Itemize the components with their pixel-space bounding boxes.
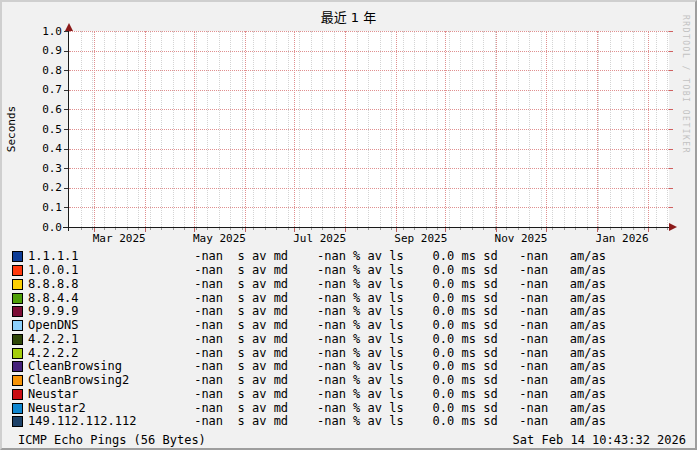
y-tick-label: 0.3: [24, 162, 62, 175]
legend-row: 1.1.1.1 -nan s av md -nan % av ls 0.0 ms…: [12, 250, 606, 264]
minor-x-tick: [414, 228, 415, 230]
minor-x-tick: [299, 228, 300, 230]
y-tick-mark-right: [669, 90, 673, 91]
legend-row: 8.8.4.4 -nan s av md -nan % av ls 0.0 ms…: [12, 291, 606, 305]
minor-x-tick: [150, 228, 151, 230]
y-tick-label: 0.0: [24, 221, 62, 234]
legend-row: Neustar -nan s av md -nan % av ls 0.0 ms…: [12, 388, 606, 402]
y-tick-label: 0.1: [24, 201, 62, 214]
x-tick-label: Jan 2026: [596, 232, 649, 245]
minor-x-tick: [391, 228, 392, 230]
legend-row: OpenDNS -nan s av md -nan % av ls 0.0 ms…: [12, 319, 606, 333]
legend-row: 4.2.2.2 -nan s av md -nan % av ls 0.0 ms…: [12, 346, 606, 360]
legend-row-text: OpenDNS -nan s av md -nan % av ls 0.0 ms…: [28, 319, 606, 332]
minor-x-tick: [288, 228, 289, 230]
minor-x-tick: [564, 228, 565, 230]
y-tick-label: 0.6: [24, 103, 62, 116]
legend-row-text: 149.112.112.112 -nan s av md -nan % av l…: [28, 415, 606, 428]
minor-x-tick: [138, 228, 139, 230]
minor-x-tick: [276, 228, 277, 230]
y-tick-mark-right: [669, 149, 673, 150]
x-axis-line: [63, 227, 670, 228]
horizontal-gridline: [69, 129, 669, 130]
y-tick-label: 0.8: [24, 64, 62, 77]
legend-row-text: Neustar -nan s av md -nan % av ls 0.0 ms…: [28, 388, 606, 401]
horizontal-gridline: [69, 90, 669, 91]
minor-x-tick: [587, 228, 588, 230]
legend-color-swatch: [12, 251, 23, 262]
minor-x-tick: [368, 228, 369, 230]
minor-x-tick: [184, 228, 185, 230]
legend-row: 9.9.9.9 -nan s av md -nan % av ls 0.0 ms…: [12, 305, 606, 319]
minor-x-tick: [380, 228, 381, 230]
minor-x-tick: [656, 228, 657, 230]
legend-color-swatch: [12, 416, 23, 427]
minor-x-tick: [575, 228, 576, 230]
horizontal-gridline: [69, 51, 669, 52]
minor-x-tick: [253, 228, 254, 230]
minor-x-tick: [518, 228, 519, 230]
y-tick-label: 0.2: [24, 181, 62, 194]
plot-area: [69, 31, 669, 227]
legend-row-text: 1.0.0.1 -nan s av md -nan % av ls 0.0 ms…: [28, 264, 606, 277]
x-tick-label: Nov 2025: [495, 232, 548, 245]
minor-x-tick: [633, 228, 634, 230]
minor-x-tick: [610, 228, 611, 230]
minor-x-tick: [219, 228, 220, 230]
minor-x-tick: [552, 228, 553, 230]
legend-row: 8.8.8.8 -nan s av md -nan % av ls 0.0 ms…: [12, 278, 606, 292]
minor-x-tick: [426, 228, 427, 230]
minor-x-tick: [460, 228, 461, 230]
legend-row-text: CleanBrowsing2 -nan s av md -nan % av ls…: [28, 374, 606, 387]
y-tick-mark-right: [669, 168, 673, 169]
y-tick-mark-right: [669, 31, 673, 32]
minor-x-tick: [265, 228, 266, 230]
minor-x-tick: [529, 228, 530, 230]
y-axis-label: Seconds: [5, 106, 18, 152]
y-axis-arrow-icon: [65, 23, 73, 31]
minor-x-tick: [115, 228, 116, 230]
minor-x-tick: [127, 228, 128, 230]
minor-x-tick: [621, 228, 622, 230]
minor-x-tick: [173, 228, 174, 230]
legend-row: Neustar2 -nan s av md -nan % av ls 0.0 m…: [12, 401, 606, 415]
y-tick-label: 1.0: [24, 25, 62, 38]
footer-timestamp: Sat Feb 14 10:43:32 2026: [513, 433, 686, 447]
x-tick-label: Sep 2025: [394, 232, 447, 245]
minor-x-tick: [644, 228, 645, 230]
x-tick-label: Mar 2025: [93, 232, 146, 245]
legend-color-swatch: [12, 293, 23, 304]
y-tick-mark-right: [669, 129, 673, 130]
y-tick-mark-right: [669, 207, 673, 208]
legend-color-swatch: [12, 320, 23, 331]
legend-row: CleanBrowsing -nan s av md -nan % av ls …: [12, 360, 606, 374]
legend-row: 1.0.0.1 -nan s av md -nan % av ls 0.0 ms…: [12, 264, 606, 278]
horizontal-gridline: [69, 149, 669, 150]
legend-color-swatch: [12, 348, 23, 359]
horizontal-gridline: [69, 207, 669, 208]
minor-x-tick: [81, 228, 82, 230]
legend-row-text: CleanBrowsing -nan s av md -nan % av ls …: [28, 360, 606, 373]
horizontal-gridline: [69, 31, 669, 32]
minor-x-tick: [104, 228, 105, 230]
y-tick-mark-right: [669, 70, 673, 71]
legend-row-text: Neustar2 -nan s av md -nan % av ls 0.0 m…: [28, 402, 606, 415]
rrdtool-watermark: RRDTOOL / TOBI OETIKER: [681, 15, 690, 154]
legend-row: 149.112.112.112 -nan s av md -nan % av l…: [12, 415, 606, 429]
minor-x-tick: [437, 228, 438, 230]
minor-x-tick: [311, 228, 312, 230]
legend-row-text: 8.8.4.4 -nan s av md -nan % av ls 0.0 ms…: [28, 292, 606, 305]
minor-x-tick: [357, 228, 358, 230]
rrdtool-graph: 最近 1 年 RRDTOOL / TOBI OETIKER Seconds 1.…: [0, 0, 697, 450]
x-tick-label: Jul 2025: [293, 232, 346, 245]
minor-x-tick: [196, 228, 197, 230]
legend-color-swatch: [12, 361, 23, 372]
y-tick-label: 0.5: [24, 123, 62, 136]
minor-x-tick: [161, 228, 162, 230]
legend-row-text: 9.9.9.9 -nan s av md -nan % av ls 0.0 ms…: [28, 305, 606, 318]
y-axis-line: [68, 25, 69, 231]
minor-x-tick: [207, 228, 208, 230]
x-tick-label: May 2025: [193, 232, 246, 245]
graph-title: 最近 1 年: [2, 10, 695, 25]
minor-x-tick: [483, 228, 484, 230]
